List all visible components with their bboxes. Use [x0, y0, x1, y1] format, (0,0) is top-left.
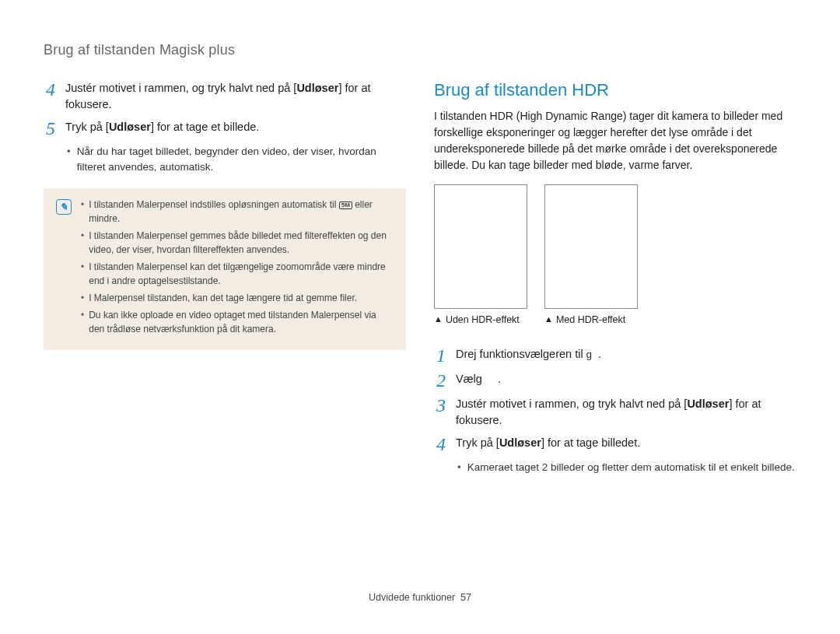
step-number: 2 [434, 371, 448, 390]
page-footer: Udvidede funktioner 57 [0, 592, 840, 603]
example-images-row: ▲ Uden HDR-effekt ▲ Med HDR-effekt [434, 184, 796, 328]
step-4-sub: • Kameraet taget 2 billeder og fletter d… [457, 460, 796, 475]
step-2: 2 Vælg . [434, 371, 796, 390]
bullet-icon: • [81, 308, 84, 336]
step-number: 1 [434, 346, 448, 365]
image-caption: ▲ Uden HDR-effekt [434, 313, 527, 328]
note-item: • I Malerpensel tilstanden, kan det tage… [81, 291, 394, 305]
page-content: Brug af tilstanden Magisk plus 4 Justér … [0, 0, 840, 475]
note-item: • I tilstanden Malerpensel indstilles op… [81, 198, 394, 226]
step-3: 3 Justér motivet i rammen, og tryk halvt… [434, 396, 796, 429]
example-image-without-hdr: ▲ Uden HDR-effekt [434, 184, 527, 328]
section-title: Brug af tilstanden HDR [434, 80, 796, 100]
note-icon: ✎ [56, 199, 72, 215]
mode-dial-icon: g [586, 348, 592, 363]
bullet-icon: • [457, 460, 461, 475]
right-column: Brug af tilstanden HDR I tilstanden HDR … [434, 80, 796, 475]
resolution-icon: 5M [339, 201, 352, 210]
triangle-icon: ▲ [544, 313, 553, 328]
footer-page-number: 57 [460, 592, 471, 603]
step-4-right: 4 Tryk på [Udløser] for at tage billedet… [434, 435, 796, 454]
page-header-title: Brug af tilstanden Magisk plus [44, 42, 796, 58]
step-text: Tryk på [Udløser] for at tage et billede… [65, 119, 406, 135]
section-intro: I tilstanden HDR (High Dynamic Range) ta… [434, 108, 796, 173]
note-item: • I tilstanden Malerpensel kan det tilgæ… [81, 260, 394, 288]
two-column-layout: 4 Justér motivet i rammen, og tryk halvt… [44, 80, 796, 475]
bullet-icon: • [81, 291, 84, 305]
footer-section: Udvidede funktioner [369, 592, 455, 603]
step-5: 5 Tryk på [Udløser] for at tage et bille… [44, 119, 406, 138]
step-number: 5 [44, 119, 58, 138]
step-4: 4 Justér motivet i rammen, og tryk halvt… [44, 80, 406, 113]
step-text: Tryk på [Udløser] for at tage billedet. [456, 435, 796, 451]
step-text: Vælg . [456, 371, 796, 387]
step-text: Justér motivet i rammen, og tryk halvt n… [456, 396, 796, 429]
note-item: • Du kan ikke oploade en video optaget m… [81, 308, 394, 336]
step-1: 1 Drej funktionsvælgeren til g . [434, 346, 796, 365]
note-item: • I tilstanden Malerpensel gemmes både b… [81, 229, 394, 257]
step-number: 4 [434, 435, 448, 454]
step-number: 3 [434, 396, 448, 415]
step-text: Justér motivet i rammen, og tryk halvt n… [65, 80, 406, 113]
left-column: 4 Justér motivet i rammen, og tryk halvt… [44, 80, 406, 475]
triangle-icon: ▲ [434, 313, 443, 328]
note-list: • I tilstanden Malerpensel indstilles op… [81, 198, 394, 339]
bullet-icon: • [81, 260, 84, 288]
bullet-icon: • [81, 229, 84, 257]
note-box: ✎ • I tilstanden Malerpensel indstilles … [44, 188, 406, 350]
example-image-with-hdr: ▲ Med HDR-effekt [544, 184, 638, 328]
image-placeholder [434, 184, 527, 309]
step-text: Drej funktionsvælgeren til g . [456, 346, 796, 363]
step-5-sub: • Når du har taget billedet, begynder de… [67, 144, 406, 174]
image-caption: ▲ Med HDR-effekt [544, 313, 638, 328]
bullet-icon: • [81, 198, 84, 226]
bullet-icon: • [67, 144, 71, 174]
step-number: 4 [44, 80, 58, 99]
image-placeholder [544, 184, 638, 309]
